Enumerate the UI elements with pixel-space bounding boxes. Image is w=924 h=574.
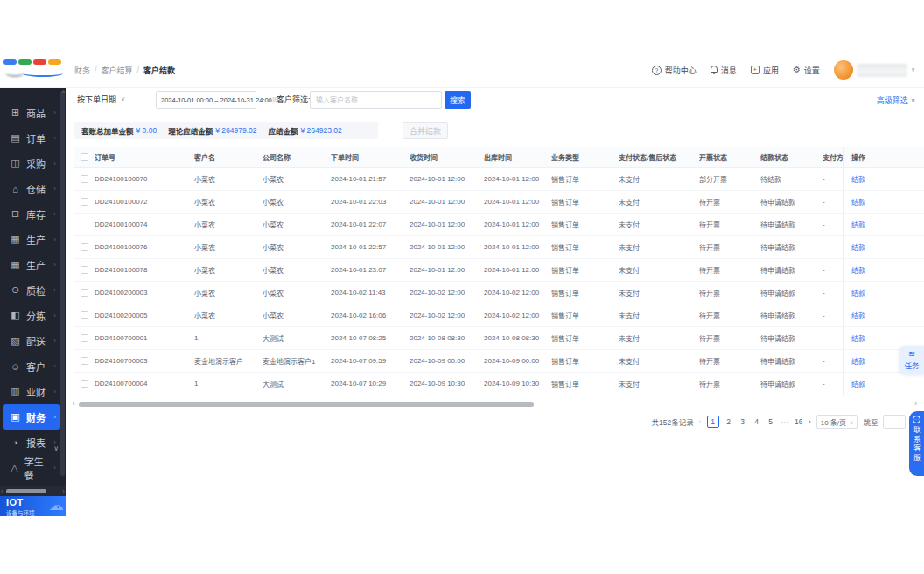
- sidebar-item[interactable]: ☺ 客户: [4, 354, 60, 379]
- select-all-checkbox[interactable]: [80, 153, 88, 161]
- settle-link[interactable]: 结款: [851, 356, 865, 366]
- settings-button[interactable]: 设置: [793, 65, 820, 76]
- row-checkbox[interactable]: [80, 175, 88, 183]
- settle-link[interactable]: 结款: [851, 174, 865, 184]
- col-biz-type: 业务类型: [551, 147, 619, 167]
- cell-customer: 麦金地演示客户: [194, 350, 262, 372]
- customer-filter-label: 客户筛选:: [276, 94, 311, 105]
- page-number[interactable]: 2: [724, 417, 733, 426]
- page-number[interactable]: ···: [780, 417, 789, 426]
- settle-link[interactable]: 结款: [851, 197, 865, 206]
- settle-link[interactable]: 结款: [851, 220, 865, 229]
- sidebar-item[interactable]: ⊡ 库存: [4, 201, 60, 227]
- settle-link[interactable]: 结款: [851, 265, 865, 275]
- sidebar-item-icon: ⊙: [10, 284, 21, 296]
- sidebar-item[interactable]: ▦ 生产: [4, 227, 60, 252]
- cell-action: 结款: [843, 191, 924, 213]
- page-number[interactable]: 3: [738, 417, 747, 426]
- apps-button[interactable]: 应用: [751, 65, 779, 76]
- user-menu[interactable]: [834, 60, 915, 80]
- scroll-left-icon[interactable]: [1, 486, 4, 496]
- customer-service-label: 联系客服: [912, 426, 922, 463]
- page-number[interactable]: 1: [707, 416, 719, 428]
- settle-link[interactable]: 结款: [851, 242, 865, 252]
- settle-link[interactable]: 结款: [851, 379, 865, 388]
- row-checkbox[interactable]: [80, 198, 88, 206]
- avatar[interactable]: [834, 60, 853, 80]
- chevron-down-icon[interactable]: [121, 95, 125, 102]
- sidebar-item[interactable]: ◫ 采购: [4, 150, 60, 176]
- next-page-icon[interactable]: [808, 417, 811, 426]
- iot-logo-block[interactable]: IOT 设备与环境: [0, 496, 66, 516]
- sidebar-item[interactable]: △ 学生餐: [4, 455, 60, 480]
- sidebar-item[interactable]: ⊞ 商品: [4, 100, 60, 125]
- prev-page-icon[interactable]: [699, 417, 702, 426]
- sidebar-item-icon: ▤: [10, 132, 21, 144]
- table-horizontal-scrollbar[interactable]: [79, 402, 534, 407]
- page-size-select[interactable]: 10 条/页: [816, 415, 858, 429]
- date-filter-type-label[interactable]: 按下单日期: [77, 94, 116, 105]
- scrollbar-thumb[interactable]: [6, 489, 46, 494]
- sidebar-item[interactable]: ▥ 业财: [4, 379, 60, 404]
- page-number[interactable]: 4: [752, 417, 761, 426]
- col-settle-status: 结款状态: [760, 147, 822, 167]
- date-range-input[interactable]: 2024-10-01 00:00 – 2024-10-31 24:00: [156, 91, 256, 108]
- sidebar-item[interactable]: ▣ 财务: [4, 404, 60, 430]
- breadcrumb-customer-settlement[interactable]: 客户结算: [102, 65, 133, 76]
- row-checkbox[interactable]: [80, 266, 88, 274]
- breadcrumb-finance[interactable]: 财务: [74, 65, 90, 76]
- summary-metric: 套账总加单金额 ¥ 0.00: [81, 125, 157, 136]
- sidebar-item[interactable]: ▦ 生产: [4, 252, 60, 277]
- cell-invoice-status: 待开票: [699, 327, 760, 349]
- sidebar-item-label: 订单: [26, 131, 46, 145]
- row-checkbox[interactable]: [80, 357, 88, 365]
- page-number[interactable]: 5: [766, 417, 775, 426]
- scroll-more-icon[interactable]: [53, 444, 59, 452]
- customer-service-ribbon[interactable]: 联系客服: [909, 411, 924, 476]
- row-checkbox[interactable]: [80, 220, 88, 228]
- search-button[interactable]: 搜索: [444, 91, 471, 108]
- advanced-filter-toggle[interactable]: 高级筛选: [877, 94, 915, 106]
- row-checkbox[interactable]: [80, 380, 88, 388]
- settle-link[interactable]: 结款: [851, 288, 865, 298]
- row-checkbox[interactable]: [80, 243, 88, 251]
- app-window: 财务 / 客户结算 / 客户结款 帮助中心 消息 应用 设置: [0, 0, 924, 574]
- sidebar-item[interactable]: ◧ 分拣: [4, 303, 60, 328]
- sidebar-item[interactable]: ◔ 报表: [4, 430, 60, 455]
- cell-invoice-status: 待开票: [699, 191, 760, 213]
- sidebar-horizontal-scrollbar[interactable]: [0, 486, 66, 496]
- apps-label: 应用: [763, 65, 779, 76]
- row-checkbox[interactable]: [80, 312, 88, 319]
- cell-pay-status: 未支付: [619, 236, 699, 258]
- cell-pay-method: -: [822, 350, 843, 372]
- cell-customer: 1: [194, 327, 262, 349]
- help-center-button[interactable]: 帮助中心: [652, 65, 696, 76]
- chevron-right-icon: [53, 362, 56, 370]
- cell-company: 小菜农: [262, 304, 331, 326]
- table-scroll-left-icon[interactable]: [73, 399, 75, 408]
- sidebar-item[interactable]: ▤ 订单: [4, 125, 60, 150]
- jump-to-page-input[interactable]: [883, 415, 906, 429]
- settle-link[interactable]: 结款: [851, 333, 865, 343]
- page-number[interactable]: 16: [794, 417, 803, 426]
- sidebar-item-icon: ▦: [10, 234, 21, 245]
- scroll-right-icon[interactable]: [62, 486, 65, 496]
- settle-link[interactable]: 结款: [851, 311, 865, 320]
- cell-outbound-time: 2024-10-08 08:30: [484, 327, 551, 349]
- sidebar-item[interactable]: ⊙ 质检: [4, 277, 60, 303]
- customer-name-input[interactable]: [310, 91, 442, 108]
- sidebar-item[interactable]: ▧ 配送: [4, 328, 60, 354]
- cell-customer: 小菜农: [194, 259, 262, 281]
- row-checkbox[interactable]: [80, 289, 88, 297]
- chevron-right-icon: [53, 235, 56, 243]
- sidebar-item[interactable]: ⌂ 仓储: [4, 176, 60, 201]
- table-scroll-right-icon[interactable]: [914, 399, 917, 408]
- task-floating-button[interactable]: 任务: [900, 346, 924, 374]
- col-order-time: 下单时间: [331, 147, 410, 167]
- cell-biz-type: 销售订单: [551, 191, 619, 213]
- sidebar-vertical-scrollbar[interactable]: [60, 91, 65, 476]
- row-checkbox[interactable]: [80, 334, 88, 342]
- merge-settle-button[interactable]: 合并结款: [402, 122, 448, 139]
- scroll-up-icon[interactable]: [62, 89, 65, 95]
- messages-button[interactable]: 消息: [710, 65, 737, 76]
